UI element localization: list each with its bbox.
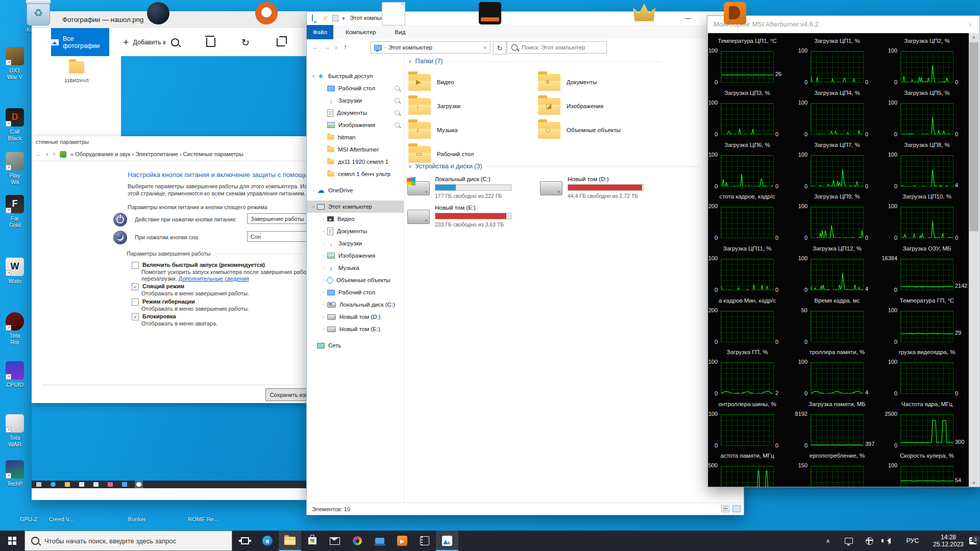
desktop-shortcut[interactable]: ↗DX1War V <box>0 47 30 83</box>
up-icon[interactable]: ↑ <box>53 151 56 157</box>
explorer-titlebar[interactable]: ✓ ▼ Этот компьютер × <box>307 12 744 25</box>
taskbar-app-media-player[interactable]: ▶ <box>391 531 413 551</box>
recycle-bin-icon[interactable] <box>27 2 50 26</box>
sidebar-item[interactable]: семпл 1 бенч ультр <box>307 168 404 180</box>
game-shortcut-orange-ring-icon[interactable] <box>255 2 278 24</box>
sidebar-item[interactable]: ›Сеть <box>307 339 404 352</box>
delete-button[interactable] <box>201 32 221 53</box>
folder-tile[interactable]: ▭Рабочий стол <box>408 143 534 165</box>
folder-tile[interactable]: ≡Документы <box>538 71 664 93</box>
sidebar-item[interactable]: ›Рабочий стол <box>307 286 404 298</box>
sidebar-item[interactable]: ›OneDrive <box>307 184 404 196</box>
drive-tile[interactable]: Локальный диск (C:)177 ГБ свободно из 22… <box>406 176 534 203</box>
crop-button[interactable] <box>271 32 291 53</box>
start-button[interactable] <box>0 531 24 551</box>
drives-section-header[interactable]: ∨Устройства и диски (3) <box>408 163 700 170</box>
taskbar-app-photos[interactable] <box>436 531 458 551</box>
scroll-down-icon[interactable]: ∨ <box>969 480 979 485</box>
taskbar-app-device[interactable] <box>369 531 391 551</box>
sidebar-item[interactable]: ›Новый том (E:) <box>307 323 404 335</box>
checkbox-checked-icon[interactable]: ✓ <box>132 313 139 320</box>
sidebar-item[interactable]: ›Документы <box>307 225 404 237</box>
checkbox-unchecked-icon[interactable] <box>132 262 139 269</box>
desktop-shortcut[interactable]: F↗FarGold <box>0 195 30 231</box>
folder-tile[interactable]: ▶Видео <box>408 71 534 93</box>
sidebar-item[interactable]: Загрузки <box>307 94 404 107</box>
scroll-up-icon[interactable]: ∧ <box>969 35 979 40</box>
explorer-search-input[interactable]: Поиск: Этот компьютер <box>507 41 607 54</box>
zoom-button[interactable] <box>165 32 185 53</box>
tab-Компьютер[interactable]: Компьютер <box>337 25 384 39</box>
desktop-shortcut-label[interactable]: Bunker <box>116 516 157 522</box>
taskbar-app-edge[interactable]: e <box>256 531 279 551</box>
more-info-link[interactable]: Дополнительные сведения <box>179 276 249 282</box>
tab-Файл[interactable]: Файл <box>307 25 333 39</box>
taskbar-search-input[interactable]: Чтобы начать поиск, введите здесь запрос <box>24 531 232 551</box>
chevron-right-icon[interactable]: › <box>320 241 327 246</box>
breadcrumb[interactable]: « Оборудование и звук › Электропитание ›… <box>70 151 243 157</box>
desktop-shortcut[interactable]: D↗CallBlack <box>0 108 30 144</box>
sidebar-item[interactable]: ›Новый том (D:) <box>307 311 404 323</box>
taskbar-app-task-view[interactable] <box>234 531 256 551</box>
chevron-right-icon[interactable]: › <box>320 229 327 234</box>
sidebar-item[interactable]: ›Изображения <box>307 249 404 262</box>
desktop-shortcut[interactable]: ↗TechP <box>0 460 30 496</box>
sidebar-item[interactable]: Документы <box>307 107 404 119</box>
sidebar-item[interactable]: ›Музыка <box>307 262 404 274</box>
folder-tile[interactable]: ◪Изображения <box>538 95 664 117</box>
sidebar-item[interactable]: ∨Быстрый доступ <box>307 70 404 82</box>
afterburner-titlebar[interactable]: Мониторинг MSI Afterburner v4.6.2 <box>707 16 979 33</box>
notification-center-button[interactable]: 1 <box>966 531 980 551</box>
chevron-down-icon[interactable]: ∨ <box>310 204 317 209</box>
chevron-right-icon[interactable]: › <box>320 216 327 221</box>
address-bar[interactable]: › Этот компьютер ∨ <box>371 41 491 54</box>
desktop-shortcut[interactable]: W↗Wato <box>0 258 30 293</box>
minimize-button[interactable] <box>679 12 697 25</box>
sidebar-item[interactable]: ›Локальный диск (C:) <box>307 298 404 311</box>
chevron-down-icon[interactable]: ∨ <box>334 45 338 50</box>
sleep-action-dropdown[interactable]: Сон <box>247 231 306 242</box>
desktop-shortcut[interactable]: ↗TotaRor <box>0 312 30 348</box>
folder-tile[interactable]: ♪Музыка <box>408 119 534 141</box>
chevron-right-icon[interactable]: › <box>320 327 327 332</box>
back-icon[interactable]: ← <box>36 151 41 157</box>
sidebar-item[interactable]: дх11 1920 семпл 1 <box>307 156 404 168</box>
language-indicator[interactable]: РУС <box>901 531 924 551</box>
chevron-right-icon[interactable]: › <box>310 188 317 193</box>
taskbar-app-store[interactable] <box>301 531 324 551</box>
sidebar-item[interactable]: ∨Этот компьютер <box>307 201 404 213</box>
chevron-right-icon[interactable]: › <box>320 302 327 307</box>
checkbox-checked-icon[interactable]: ✓ <box>132 283 139 290</box>
folders-section-header[interactable]: ∨Папки (7) <box>408 58 661 65</box>
details-view-toggle[interactable] <box>721 505 729 512</box>
chevron-right-icon[interactable]: › <box>320 265 327 270</box>
forward-icon[interactable]: → <box>323 43 330 51</box>
quick-access-check-icon[interactable]: ✓ <box>323 15 328 21</box>
back-icon[interactable]: ← <box>312 43 319 51</box>
clock[interactable]: 14:28 25.12.2023 <box>928 531 969 551</box>
sidebar-item[interactable]: ›Видео <box>307 213 404 225</box>
chevron-down-icon[interactable]: ∨ <box>45 152 49 157</box>
power-action-dropdown[interactable]: Завершение работы <box>247 213 306 224</box>
quick-access-new-icon[interactable] <box>332 15 338 22</box>
folder-tile[interactable]: ◇Объемные объекты <box>538 119 664 141</box>
tray-cast-icon[interactable] <box>841 531 856 551</box>
document-shortcut-icon[interactable] <box>382 2 405 26</box>
tray-chevron-up-icon[interactable]: ∧ <box>821 531 835 551</box>
sidebar-item[interactable]: ›Загрузки <box>307 237 404 249</box>
quick-access-dropdown-icon[interactable]: ▼ <box>341 16 346 21</box>
chevron-right-icon[interactable]: › <box>320 314 327 319</box>
scrollbar-thumb[interactable] <box>969 42 978 231</box>
taskbar-app-mail[interactable] <box>324 531 346 551</box>
chevron-down-icon[interactable]: ∨ <box>483 45 487 50</box>
rotate-button[interactable]: ↻ <box>235 32 256 53</box>
chevron-right-icon[interactable]: › <box>320 253 327 258</box>
tray-network-icon[interactable] <box>862 531 877 551</box>
refresh-button[interactable]: ↻ <box>493 41 506 55</box>
sidebar-item[interactable]: ›Объемные объекты <box>307 274 404 286</box>
desktop-shortcut[interactable]: ↗TotaWAR <box>0 414 30 450</box>
folder-tile[interactable]: ↓Загрузки <box>408 95 534 117</box>
taskbar-app-paint[interactable] <box>346 531 369 551</box>
drive-tile[interactable]: Новый том (D:)44,4 ГБ свободно из 2,72 Т… <box>539 176 667 203</box>
sidebar-item[interactable]: MSI Afterburner <box>307 143 404 156</box>
